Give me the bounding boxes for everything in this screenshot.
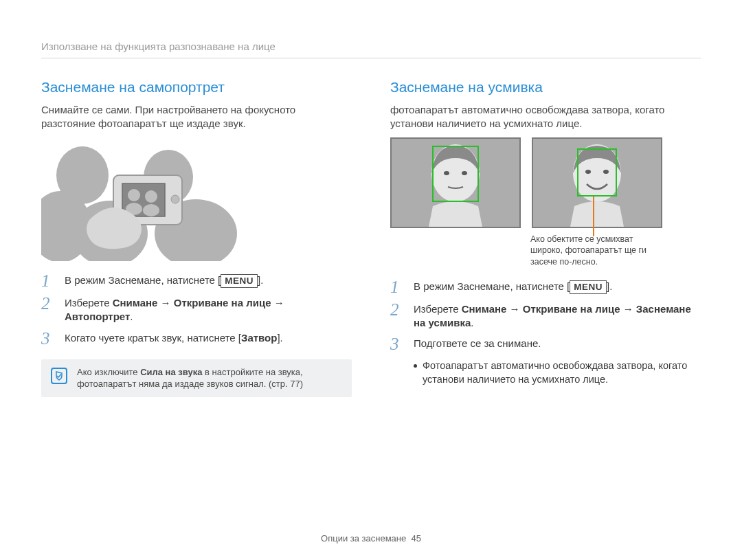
svg-point-9 <box>145 190 157 203</box>
step-text: Подгответе се за снимане. <box>414 337 701 350</box>
svg-point-10 <box>143 204 159 216</box>
svg-point-11 <box>171 195 179 203</box>
sub-bullet-text: Фотоапаратът автоматично освобождава зат… <box>423 359 701 386</box>
step-number: 1 <box>41 272 55 289</box>
step-text: Когато чуете кратък звук, натиснете [Зат… <box>65 331 352 345</box>
two-column-layout: Заснемане на самопортрет Снимайте се сам… <box>41 78 701 396</box>
face-panels-row <box>390 137 701 228</box>
page-footer: Опции за заснемане 45 <box>0 533 742 545</box>
right-column: Заснемане на усмивка фотоапаратът автома… <box>390 78 701 396</box>
breadcrumb: Използване на функцията разпознаване на … <box>41 40 701 58</box>
step-right-1: 1 В режим Заснемане, натиснете [MENU]. <box>390 280 701 295</box>
face-panel-neutral <box>390 137 521 228</box>
face-detect-box <box>432 146 479 202</box>
section-title-selfportrait: Заснемане на самопортрет <box>41 78 352 97</box>
footer-label: Опции за заснемане <box>321 533 406 544</box>
step-right-2: 2 Изберете Снимане → Откриване на лице →… <box>390 302 701 331</box>
smile-illustration-group <box>390 137 701 228</box>
step-number: 3 <box>41 330 55 347</box>
note-icon <box>51 368 67 384</box>
step-number: 1 <box>390 278 404 295</box>
menu-key-icon: MENU <box>570 280 607 294</box>
callout-line-icon <box>593 197 594 236</box>
bullet-dot-icon <box>414 364 417 368</box>
steps-right: 1 В режим Заснемане, натиснете [MENU]. 2… <box>390 280 701 353</box>
step-number: 3 <box>390 335 404 352</box>
face-panel-smile <box>532 137 662 228</box>
step-post: ]. <box>607 280 612 292</box>
step-pre: В режим Заснемане, натиснете [ <box>65 274 221 286</box>
step-left-2: 2 Изберете Снимане → Откриване на лице →… <box>41 296 352 324</box>
smile-callout-note: Ако обектите се усмихват широко, фотоапа… <box>530 234 662 267</box>
page-number: 45 <box>411 533 420 544</box>
menu-key-icon: MENU <box>221 274 258 288</box>
step-text: Изберете Снимане → Откриване на лице → З… <box>414 302 701 331</box>
step-text: Изберете Снимане → Откриване на лице → А… <box>65 296 352 324</box>
step-post: ]. <box>258 274 263 286</box>
section-title-smile: Заснемане на усмивка <box>390 78 701 97</box>
step-right-3: 3 Подгответе се за снимане. <box>390 337 701 352</box>
note-text: Ако изключите Сила на звука в настройкит… <box>77 366 342 390</box>
step-number: 2 <box>41 295 55 312</box>
step-number: 2 <box>390 301 404 318</box>
sub-bullet: Фотоапаратът автоматично освобождава зат… <box>414 359 701 386</box>
step-pre: В режим Заснемане, натиснете [ <box>414 280 570 292</box>
note-box: Ако изключите Сила на звука в настройкит… <box>41 359 352 397</box>
left-column: Заснемане на самопортрет Снимайте се сам… <box>41 78 352 396</box>
step-text: В режим Заснемане, натиснете [MENU]. <box>65 273 352 288</box>
svg-point-7 <box>128 189 140 201</box>
selfportrait-illustration <box>41 137 247 261</box>
intro-text-right: фотоапаратът автоматично освобождава зат… <box>390 103 701 131</box>
intro-text-left: Снимайте се сами. При настройването на ф… <box>41 103 352 131</box>
step-left-3: 3 Когато чуете кратък звук, натиснете [З… <box>41 331 352 347</box>
step-left-1: 1 В режим Заснемане, натиснете [MENU]. <box>41 273 352 289</box>
manual-page: Използване на функцията разпознаване на … <box>0 0 742 560</box>
steps-left: 1 В режим Заснемане, натиснете [MENU]. 2… <box>41 273 352 347</box>
step-text: В режим Заснемане, натиснете [MENU]. <box>414 280 701 294</box>
face-detect-box-smile <box>577 148 617 197</box>
